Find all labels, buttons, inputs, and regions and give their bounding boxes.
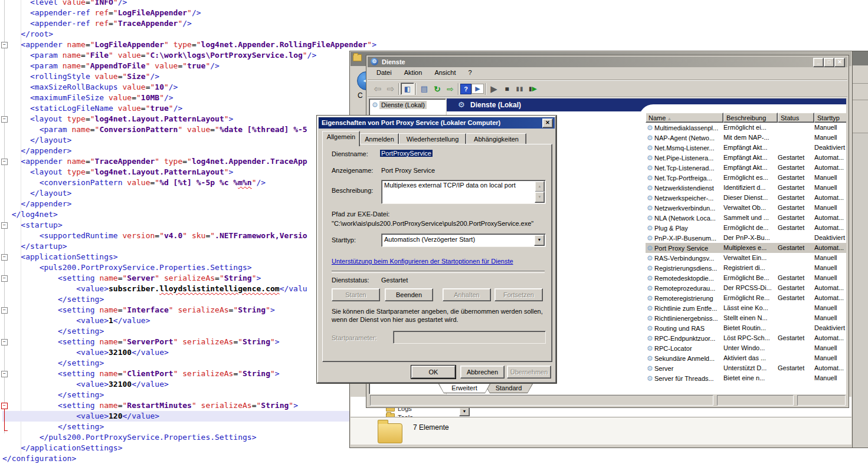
show-tree-icon[interactable]: ◧ <box>401 83 414 95</box>
code-line[interactable]: <appender-ref ref="TraceAppender"/> <box>2 18 376 29</box>
table-row[interactable]: ⚙Net.Tcp-Portfreiga...Ermöglicht es...Ge… <box>646 173 846 183</box>
code-line[interactable]: </root> <box>2 29 376 40</box>
code-line[interactable]: <appender-ref ref="LogFileAppender"/> <box>2 8 376 18</box>
cell-name: ⚙Netzwerkspeicher-... <box>646 193 723 203</box>
extended-view-icon[interactable]: ▶ <box>471 84 484 94</box>
menu-hilfe[interactable]: ? <box>463 67 477 78</box>
code-line[interactable]: <setting name="RestartMinutes" serialize… <box>2 400 376 411</box>
table-row[interactable]: ⚙Net.Tcp-Listenerad...Empfängt Akt...Ges… <box>646 163 846 173</box>
column-header-starttyp[interactable]: Starttyp <box>814 113 846 123</box>
code-line[interactable]: <value>120</value> <box>2 411 349 422</box>
table-row[interactable]: ⚙NLA (Network Loca...Sammelt und ...Gest… <box>646 213 846 223</box>
minimize-button[interactable]: _ <box>813 58 824 67</box>
table-row[interactable]: ⚙RAS-Verbindungsv...Verwaltet Ein...Manu… <box>646 253 846 263</box>
table-row[interactable]: ⚙Net.Msmq-Listener...Empfängt Akt...Deak… <box>646 143 846 153</box>
code-line[interactable]: <maximumFileSize value="10MB"/> <box>2 93 376 103</box>
table-row[interactable]: ⚙NAP-Agent (Netwo...Mit dem NAP-...Manue… <box>646 133 846 143</box>
ok-button[interactable]: OK <box>411 366 456 379</box>
fold-marker-icon[interactable]: − <box>1 254 8 261</box>
start-service-icon[interactable]: ▶ <box>487 83 500 95</box>
properties-icon[interactable]: ▤ <box>418 83 431 95</box>
code-line[interactable]: <param name="File" value="C:\work\logs\P… <box>2 50 376 61</box>
code-line[interactable]: <appender name="LogFileAppender" type="l… <box>2 40 376 50</box>
startup-options-help-link[interactable]: Unterstützung beim Konfigurieren der Sta… <box>332 258 513 265</box>
code-line[interactable]: </setting> <box>2 390 376 400</box>
code-line[interactable]: <staticLogFileName value="true"/> <box>2 103 376 114</box>
tab-erweitert[interactable]: Erweitert <box>438 384 490 393</box>
fold-marker-icon[interactable]: − <box>1 275 8 282</box>
table-row[interactable]: ⚙Richtlinie zum Entfe...Lässt eine Ko...… <box>646 303 846 313</box>
menu-ansicht[interactable]: Ansicht <box>429 67 461 78</box>
tree-item-dienste-lokal[interactable]: ⚙Dienste (Lokal) <box>371 101 427 110</box>
table-row[interactable]: ⚙Registrierungsdiens...Registriert di...… <box>646 263 846 273</box>
fold-marker-icon[interactable]: − <box>1 371 8 377</box>
scroll-up-icon[interactable]: ▲ <box>535 181 545 192</box>
tab-allgemein[interactable]: Allgemein <box>322 131 360 146</box>
table-row[interactable]: ⚙Routing und RASBietet Routin...Deaktivi… <box>646 323 846 333</box>
stop-service-icon[interactable]: ■ <box>500 83 513 95</box>
table-row[interactable]: ⚙ServerUnterstützt D...GestartetAutomat.… <box>646 363 846 373</box>
menubar: Datei Aktion Ansicht ? <box>368 67 847 81</box>
code-line[interactable]: </setting> <box>2 422 376 432</box>
fold-marker-icon[interactable]: − <box>1 159 8 165</box>
back-icon[interactable]: ⇦ <box>371 83 384 95</box>
table-row[interactable]: ⚙Port Proxy ServiceMultiplexes e...Gesta… <box>646 243 846 253</box>
export-list-icon[interactable]: ⇨ <box>444 83 457 95</box>
table-row[interactable]: ⚙Remotedesktopdie...Ermöglicht Be...Gest… <box>646 273 846 283</box>
code-line[interactable]: <param name="AppendToFile" value="true"/… <box>2 61 376 71</box>
code-line[interactable]: </applicationSettings> <box>2 443 376 453</box>
cell-start: Automat... <box>814 213 846 223</box>
column-header-beschreibung[interactable]: Beschreibung <box>723 113 778 123</box>
column-header-name[interactable]: Name ▲ <box>646 113 723 123</box>
fold-marker-icon[interactable]: − <box>1 307 8 314</box>
column-header-status[interactable]: Status <box>778 113 814 123</box>
fold-marker-icon[interactable]: − <box>1 116 8 123</box>
forward-icon[interactable]: ⇨ <box>384 83 397 95</box>
fold-marker-icon[interactable]: − <box>1 339 8 345</box>
startup-type-combobox[interactable]: Automatisch (Verzögerter Start) ▼ <box>381 233 546 247</box>
code-line[interactable]: <level value="INFO"/> <box>2 0 376 8</box>
table-row[interactable]: ⚙Netzwerkspeicher-...Dieser Dienst...Ges… <box>646 193 846 203</box>
refresh-icon[interactable]: ↻ <box>431 83 444 95</box>
table-row[interactable]: ⚙Multimediaklassenpl...Ermöglicht ei...M… <box>646 123 846 133</box>
menu-datei[interactable]: Datei <box>371 67 397 78</box>
table-row[interactable]: ⚙Remoteprozedurau...Der RPCSS-Di...Gesta… <box>646 283 846 293</box>
code-line[interactable]: </puls200.PortProxyService.Properties.Se… <box>2 432 376 443</box>
table-row[interactable]: ⚙Sekundäre Anmeld...Aktiviert das ...Man… <box>646 353 846 363</box>
help-icon[interactable]: ? <box>460 84 471 94</box>
combo-dropdown-icon[interactable]: ▼ <box>534 235 545 246</box>
table-row[interactable]: ⚙Netzwerkverbindun...Verwaltet Ob...Gest… <box>646 203 846 213</box>
table-row[interactable]: ⚙PnP-X-IP-Busenum...Der PnP-X-Bu...Deakt… <box>646 233 846 243</box>
table-row[interactable]: ⚙Plug & PlayErmöglicht de...GestartetAut… <box>646 223 846 233</box>
table-row[interactable]: ⚙Server für Threads...Bietet eine n...Ma… <box>646 373 846 383</box>
table-row[interactable]: ⚙Richtlinienergebniss...Stellt einen N..… <box>646 313 846 323</box>
service-gear-icon: ⚙ <box>646 174 654 182</box>
dialog-close-icon[interactable]: ✕ <box>542 119 553 128</box>
service-gear-icon: ⚙ <box>646 214 654 222</box>
tab-standard[interactable]: Standard <box>484 384 533 393</box>
menu-aktion[interactable]: Aktion <box>399 67 428 78</box>
table-row[interactable]: ⚙NetzwerklistendienstIdentifiziert d...G… <box>646 183 846 193</box>
code-line[interactable]: <rollingStyle value="Size"/> <box>2 71 376 82</box>
table-row[interactable]: ⚙RPC-LocatorUnter Windo...ManuellNetzwer… <box>646 343 846 353</box>
stop-button[interactable]: Beenden <box>385 288 433 301</box>
dropdown-arrow-button[interactable]: ▼ <box>459 407 470 416</box>
table-row[interactable]: ⚙RemoteregistrierungErmöglicht Re...Gest… <box>646 293 846 303</box>
cell-desc: Verwaltet Ein... <box>723 253 778 263</box>
fold-marker-red-icon[interactable]: − <box>1 403 8 409</box>
table-row[interactable]: ⚙RPC-Endpunktzuor...Löst RPC-Sch...Gesta… <box>646 333 846 343</box>
restart-service-icon[interactable]: ▮▶ <box>526 83 539 95</box>
table-row[interactable]: ⚙Net.Pipe-Listenera...Empfängt Akt...Ges… <box>646 153 846 163</box>
fold-marker-icon[interactable]: − <box>1 222 8 229</box>
cancel-button[interactable]: Abbrechen <box>460 366 505 379</box>
pause-service-icon[interactable]: ▮▮ <box>513 83 526 95</box>
close-button[interactable]: ✕ <box>834 58 845 67</box>
code-line[interactable]: <maxSizeRollBackups value="10"/> <box>2 82 376 93</box>
fold-marker-icon[interactable]: − <box>1 42 8 48</box>
cell-status: Gestartet <box>778 223 814 233</box>
cell-name: ⚙RPC-Locator <box>646 343 723 353</box>
maximize-button[interactable]: □ <box>824 58 834 67</box>
code-line[interactable]: </configuration> <box>2 453 376 464</box>
scroll-down-icon[interactable]: ▼ <box>535 192 545 203</box>
description-field[interactable]: Multiplexes external TCP/IP data on loca… <box>381 180 546 204</box>
